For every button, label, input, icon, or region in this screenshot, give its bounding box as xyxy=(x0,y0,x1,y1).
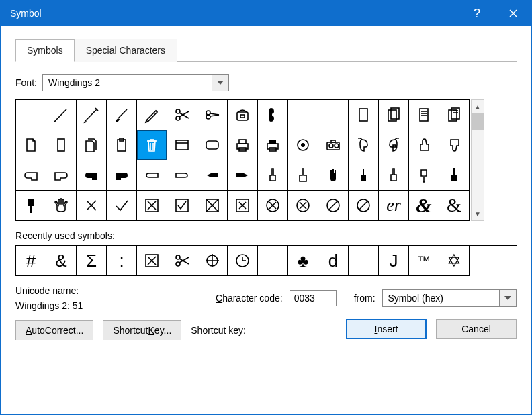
tab-special-characters[interactable]: Special Characters xyxy=(75,39,177,62)
symbol-page[interactable] xyxy=(349,100,379,130)
recent-symbol-10[interactable]: d xyxy=(318,246,349,276)
symbol-x-mark[interactable] xyxy=(77,191,107,221)
close-button[interactable] xyxy=(495,1,531,26)
symbol-rounded-rect[interactable] xyxy=(197,130,228,160)
recent-symbol-14[interactable]: ✡ xyxy=(439,246,470,276)
chevron-down-icon xyxy=(504,296,511,300)
symbol-record[interactable] xyxy=(288,130,318,160)
help-button[interactable]: ? xyxy=(459,1,495,26)
symbol-ballot-check[interactable] xyxy=(167,191,197,221)
symbol-hand-right-2[interactable] xyxy=(167,160,197,191)
symbol-blank-3[interactable] xyxy=(318,100,349,130)
tab-symbols[interactable]: Symbols xyxy=(15,39,75,62)
shortcut-key-label: Shortcut key: xyxy=(191,325,246,336)
from-dropdown-button[interactable] xyxy=(499,289,517,307)
recent-symbol-4[interactable] xyxy=(137,246,167,276)
titlebar: Symbol ? xyxy=(1,1,531,26)
symbol-window[interactable] xyxy=(167,130,197,160)
symbol-prohibited-2[interactable] xyxy=(349,191,379,221)
symbol-er-script[interactable]: er xyxy=(379,191,409,221)
svg-rect-15 xyxy=(240,115,245,118)
symbol-blank[interactable] xyxy=(16,100,46,130)
autocorrect-button[interactable]: AutoCorrect... xyxy=(15,320,93,340)
symbol-thumbs-up[interactable] xyxy=(409,130,439,160)
charcode-input[interactable] xyxy=(290,290,337,306)
font-input[interactable] xyxy=(42,74,212,91)
symbol-finger-up-1[interactable] xyxy=(258,160,288,191)
symbol-telephone[interactable] xyxy=(228,100,258,130)
font-dropdown-button[interactable] xyxy=(212,74,229,91)
symbol-circle-x[interactable] xyxy=(258,191,288,221)
symbol-finger-up-2[interactable] xyxy=(288,160,318,191)
symbol-pen-2[interactable] xyxy=(77,100,107,130)
symbol-hand-left-outline[interactable] xyxy=(16,160,46,191)
symbol-scissors-closed[interactable] xyxy=(197,100,228,130)
recent-symbol-8[interactable] xyxy=(258,246,288,276)
symbol-thumbs-down[interactable] xyxy=(439,130,470,160)
symbol-circle-x-thin[interactable] xyxy=(288,191,318,221)
symbol-prohibited[interactable] xyxy=(318,191,349,221)
recent-symbol-13[interactable]: ™ xyxy=(409,246,439,276)
insert-button[interactable]: Insert xyxy=(346,319,427,339)
symbol-mouse-1[interactable] xyxy=(349,130,379,160)
recent-symbol-7[interactable] xyxy=(228,246,258,276)
symbol-pen-1[interactable] xyxy=(46,100,77,130)
from-label: from: xyxy=(354,293,375,304)
recent-symbol-9[interactable]: ♣ xyxy=(288,246,318,276)
recent-symbol-6[interactable] xyxy=(197,246,228,276)
symbol-handset[interactable] xyxy=(258,100,288,130)
svg-point-46 xyxy=(329,144,333,148)
symbol-mouse-2[interactable] xyxy=(379,130,409,160)
svg-line-2 xyxy=(55,109,66,121)
recent-symbol-1[interactable]: & xyxy=(46,246,77,276)
grid-scrollbar[interactable]: ▲ ▼ xyxy=(471,99,484,221)
symbol-trash-can[interactable] xyxy=(137,130,167,160)
font-select[interactable] xyxy=(42,74,229,91)
recent-symbol-5[interactable] xyxy=(167,246,197,276)
symbol-clipboard[interactable] xyxy=(107,130,137,160)
symbol-printer[interactable] xyxy=(228,130,258,160)
shortcut-key-button[interactable]: Shortcut Key... xyxy=(103,320,181,340)
symbol-printer-2[interactable] xyxy=(258,130,288,160)
recent-symbol-2[interactable]: Σ xyxy=(77,246,107,276)
symbol-pages[interactable] xyxy=(379,100,409,130)
symbol-check-mark[interactable] xyxy=(107,191,137,221)
symbol-hand-right-solid[interactable] xyxy=(107,160,137,191)
symbol-box-x-1[interactable] xyxy=(197,191,228,221)
symbol-point-up-solid[interactable] xyxy=(439,160,470,191)
symbol-point-down[interactable] xyxy=(409,160,439,191)
symbol-scissors-open[interactable] xyxy=(167,100,197,130)
symbol-brush[interactable] xyxy=(107,100,137,130)
symbol-hand-spread[interactable] xyxy=(46,191,77,221)
symbol-hand-right-outline[interactable] xyxy=(46,160,77,191)
scroll-up-icon[interactable]: ▲ xyxy=(472,100,484,113)
symbol-page-thin[interactable] xyxy=(46,130,77,160)
symbol-point-down-solid[interactable] xyxy=(16,191,46,221)
symbol-hand-stop[interactable] xyxy=(318,160,349,191)
symbol-finger-up-4[interactable] xyxy=(379,160,409,191)
recent-symbol-12[interactable]: J xyxy=(379,246,409,276)
from-select[interactable]: Symbol (hex) xyxy=(382,289,517,307)
symbol-point-left[interactable] xyxy=(197,160,228,191)
symbol-pencil[interactable] xyxy=(137,100,167,130)
symbol-page-blank[interactable] xyxy=(16,130,46,160)
symbol-documents[interactable] xyxy=(439,100,470,130)
symbol-point-right[interactable] xyxy=(228,160,258,191)
symbol-pages-2[interactable] xyxy=(77,130,107,160)
symbol-hand-left-2[interactable] xyxy=(137,160,167,191)
recent-symbol-11[interactable] xyxy=(349,246,379,276)
symbol-camera[interactable] xyxy=(318,130,349,160)
symbol-hand-left-solid[interactable] xyxy=(77,160,107,191)
symbol-finger-up-3[interactable] xyxy=(349,160,379,191)
symbol-blank-2[interactable] xyxy=(288,100,318,130)
scroll-thumb[interactable] xyxy=(472,113,484,130)
cancel-button[interactable]: Cancel xyxy=(436,319,517,339)
symbol-box-x-2[interactable] xyxy=(228,191,258,221)
recent-symbol-0[interactable]: # xyxy=(16,246,46,276)
symbol-document[interactable] xyxy=(409,100,439,130)
symbol-ballot-x[interactable] xyxy=(137,191,167,221)
scroll-down-icon[interactable]: ▼ xyxy=(472,207,484,220)
recent-symbol-3[interactable]: : xyxy=(107,246,137,276)
symbol-ampersand-bold[interactable]: & xyxy=(409,191,439,221)
symbol-ampersand-outline[interactable]: & xyxy=(439,191,470,221)
